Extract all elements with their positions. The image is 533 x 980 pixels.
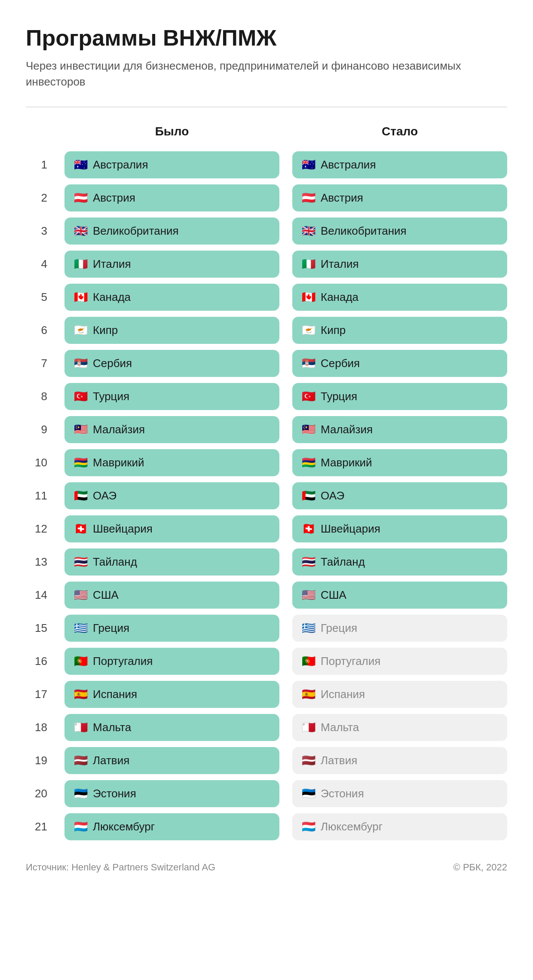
country-pill-before: 🇪🇸Испания	[64, 681, 279, 708]
flag-icon: 🇪🇸	[74, 689, 88, 700]
country-name: Малайзия	[93, 423, 145, 436]
row-number: 13	[26, 555, 52, 569]
flag-icon: 🇬🇧	[302, 225, 316, 236]
country-pill-before: 🇬🇷Греция	[64, 615, 279, 642]
row-number: 14	[26, 588, 52, 602]
row-number: 18	[26, 721, 52, 734]
row-number: 7	[26, 357, 52, 370]
flag-icon: 🇲🇺	[74, 457, 88, 468]
flag-icon: 🇨🇭	[302, 523, 316, 534]
country-pill-after: 🇷🇸Сербия	[292, 350, 507, 377]
country-name: Греция	[321, 622, 357, 635]
country-name: Великобритания	[321, 224, 407, 238]
flag-icon: 🇦🇪	[302, 490, 316, 501]
country-pill-before: 🇨🇾Кипр	[64, 317, 279, 344]
country-name: Кипр	[93, 324, 118, 337]
row-number: 6	[26, 324, 52, 337]
table-row: 16🇵🇹Португалия🇵🇹Португалия	[26, 648, 507, 675]
country-pill-after: 🇨🇾Кипр	[292, 317, 507, 344]
flag-icon: 🇦🇺	[74, 159, 88, 170]
flag-icon: 🇷🇸	[74, 358, 88, 369]
country-pill-after: 🇦🇺Австралия	[292, 151, 507, 178]
footer: Источник: Henley & Partners Switzerland …	[26, 862, 507, 873]
country-pill-after: 🇱🇺Люксембург	[292, 813, 507, 840]
page-subtitle: Через инвестиции для бизнесменов, предпр…	[26, 58, 507, 89]
flag-icon: 🇮🇹	[74, 258, 88, 270]
flag-icon: 🇨🇾	[302, 325, 316, 336]
flag-icon: 🇷🇸	[302, 358, 316, 369]
flag-icon: 🇹🇭	[74, 556, 88, 567]
country-pill-before: 🇱🇺Люксембург	[64, 813, 279, 840]
table-row: 7🇷🇸Сербия🇷🇸Сербия	[26, 350, 507, 377]
row-number: 1	[26, 158, 52, 172]
country-pill-after: 🇪🇪Эстония	[292, 780, 507, 807]
table-row: 2🇦🇹Австрия🇦🇹Австрия	[26, 184, 507, 211]
table-row: 9🇲🇾Малайзия🇲🇾Малайзия	[26, 416, 507, 443]
country-name: Мальта	[93, 721, 131, 734]
country-pill-before: 🇵🇹Португалия	[64, 648, 279, 675]
row-number: 5	[26, 291, 52, 304]
table-row: 12🇨🇭Швейцария🇨🇭Швейцария	[26, 515, 507, 542]
flag-icon: 🇵🇹	[302, 655, 316, 667]
country-pill-before: 🇬🇧Великобритания	[64, 217, 279, 245]
flag-icon: 🇪🇪	[74, 788, 88, 799]
flag-icon: 🇺🇸	[74, 589, 88, 600]
flag-icon: 🇲🇹	[74, 722, 88, 733]
flag-icon: 🇲🇺	[302, 457, 316, 468]
country-name: Турция	[321, 390, 357, 403]
country-pill-before: 🇦🇹Австрия	[64, 184, 279, 211]
flag-icon: 🇬🇧	[74, 225, 88, 236]
columns-header: Было Стало	[26, 125, 507, 138]
footer-copy: © РБК, 2022	[453, 862, 507, 873]
country-name: Италия	[93, 257, 131, 271]
flag-icon: 🇨🇭	[74, 523, 88, 534]
country-pill-after: 🇬🇷Греция	[292, 615, 507, 642]
footer-source: Источник: Henley & Partners Switzerland …	[26, 862, 215, 873]
country-pill-after: 🇨🇦Канада	[292, 284, 507, 311]
country-pill-after: 🇲🇹Мальта	[292, 714, 507, 741]
row-number: 11	[26, 489, 52, 502]
row-number: 16	[26, 655, 52, 668]
country-name: Эстония	[93, 787, 136, 800]
country-name: Испания	[321, 688, 365, 701]
country-pill-before: 🇲🇹Мальта	[64, 714, 279, 741]
table-row: 14🇺🇸США🇺🇸США	[26, 582, 507, 609]
country-pill-after: 🇱🇻Латвия	[292, 747, 507, 774]
table-row: 17🇪🇸Испания🇪🇸Испания	[26, 681, 507, 708]
country-name: Тайланд	[321, 555, 365, 569]
rows-container: 1🇦🇺Австралия🇦🇺Австралия2🇦🇹Австрия🇦🇹Австр…	[26, 151, 507, 840]
country-name: Греция	[93, 622, 129, 635]
table-row: 21🇱🇺Люксембург🇱🇺Люксембург	[26, 813, 507, 840]
country-pill-after: 🇲🇺Маврикий	[292, 449, 507, 476]
country-name: Латвия	[93, 754, 129, 767]
country-pill-after: 🇬🇧Великобритания	[292, 217, 507, 245]
flag-icon: 🇦🇹	[74, 192, 88, 203]
flag-icon: 🇹🇷	[302, 391, 316, 402]
country-pill-after: 🇪🇸Испания	[292, 681, 507, 708]
row-number: 9	[26, 423, 52, 436]
row-number: 17	[26, 688, 52, 701]
country-name: Маврикий	[93, 456, 144, 469]
table-row: 6🇨🇾Кипр🇨🇾Кипр	[26, 317, 507, 344]
row-number: 12	[26, 522, 52, 536]
table-row: 20🇪🇪Эстония🇪🇪Эстония	[26, 780, 507, 807]
divider	[26, 107, 507, 107]
country-pill-before: 🇦🇺Австралия	[64, 151, 279, 178]
country-pill-before: 🇲🇾Малайзия	[64, 416, 279, 443]
country-pill-before: 🇹🇭Тайланд	[64, 548, 279, 576]
country-pill-before: 🇲🇺Маврикий	[64, 449, 279, 476]
flag-icon: 🇹🇭	[302, 556, 316, 567]
country-name: Маврикий	[321, 456, 372, 469]
flag-icon: 🇮🇹	[302, 258, 316, 270]
country-name: Эстония	[321, 787, 364, 800]
page-title: Программы ВНЖ/ПМЖ	[26, 26, 507, 50]
country-pill-after: 🇦🇪ОАЭ	[292, 482, 507, 509]
flag-icon: 🇦🇪	[74, 490, 88, 501]
country-name: Сербия	[321, 357, 360, 370]
row-number: 19	[26, 754, 52, 767]
table-row: 1🇦🇺Австралия🇦🇺Австралия	[26, 151, 507, 178]
flag-icon: 🇱🇺	[74, 821, 88, 832]
table-row: 3🇬🇧Великобритания🇬🇧Великобритания	[26, 217, 507, 245]
flag-icon: 🇱🇺	[302, 821, 316, 832]
flag-icon: 🇲🇹	[302, 722, 316, 733]
